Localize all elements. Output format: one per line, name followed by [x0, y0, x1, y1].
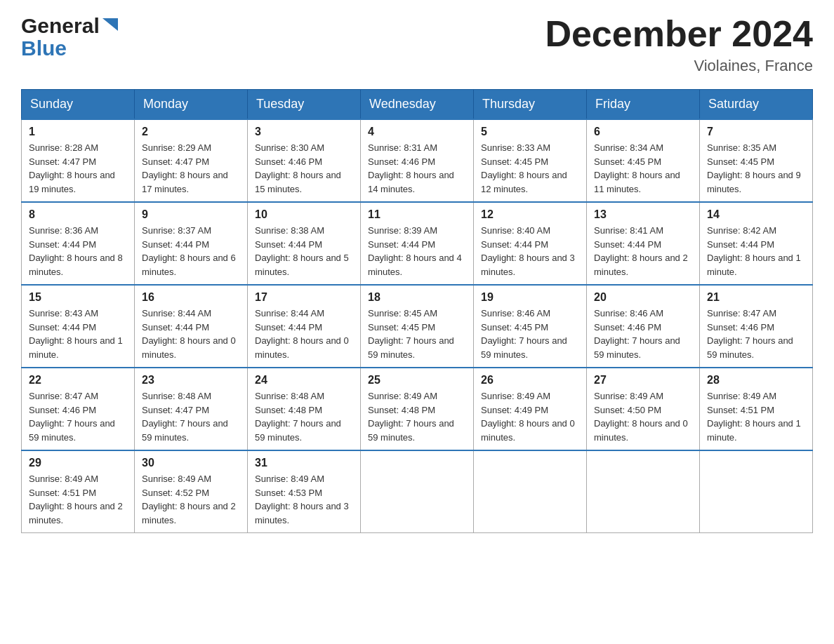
calendar-week-3: 15 Sunrise: 8:43 AM Sunset: 4:44 PM Dayl…	[22, 285, 813, 368]
day-number: 23	[142, 374, 240, 387]
calendar-day-19: 19 Sunrise: 8:46 AM Sunset: 4:45 PM Dayl…	[474, 285, 587, 368]
day-number: 16	[142, 291, 240, 304]
day-info: Sunrise: 8:37 AM Sunset: 4:44 PM Dayligh…	[142, 224, 240, 279]
calendar-day-1: 1 Sunrise: 8:28 AM Sunset: 4:47 PM Dayli…	[22, 119, 135, 202]
logo-general-text: General	[21, 14, 100, 38]
calendar-day-25: 25 Sunrise: 8:49 AM Sunset: 4:48 PM Dayl…	[361, 368, 474, 450]
day-info: Sunrise: 8:30 AM Sunset: 4:46 PM Dayligh…	[255, 141, 353, 196]
day-number: 9	[142, 208, 240, 221]
day-info: Sunrise: 8:35 AM Sunset: 4:45 PM Dayligh…	[707, 141, 805, 196]
day-number: 27	[594, 374, 692, 387]
title-area: December 2024 Violaines, France	[545, 14, 813, 75]
day-info: Sunrise: 8:49 AM Sunset: 4:53 PM Dayligh…	[255, 472, 353, 527]
day-info: Sunrise: 8:44 AM Sunset: 4:44 PM Dayligh…	[142, 307, 240, 361]
day-number: 2	[142, 126, 240, 138]
calendar-day-31: 31 Sunrise: 8:49 AM Sunset: 4:53 PM Dayl…	[248, 450, 361, 533]
calendar-empty-cell	[361, 450, 474, 533]
day-number: 29	[29, 457, 127, 469]
day-number: 5	[481, 126, 579, 138]
day-number: 26	[481, 374, 579, 387]
day-info: Sunrise: 8:29 AM Sunset: 4:47 PM Dayligh…	[142, 141, 240, 196]
day-info: Sunrise: 8:42 AM Sunset: 4:44 PM Dayligh…	[707, 224, 805, 279]
location: Violaines, France	[545, 57, 813, 75]
day-number: 6	[594, 126, 692, 138]
day-number: 10	[255, 208, 353, 221]
calendar-day-21: 21 Sunrise: 8:47 AM Sunset: 4:46 PM Dayl…	[700, 285, 813, 368]
calendar-day-7: 7 Sunrise: 8:35 AM Sunset: 4:45 PM Dayli…	[700, 119, 813, 202]
day-info: Sunrise: 8:49 AM Sunset: 4:51 PM Dayligh…	[29, 472, 127, 527]
day-number: 12	[481, 208, 579, 221]
calendar-day-9: 9 Sunrise: 8:37 AM Sunset: 4:44 PM Dayli…	[135, 202, 248, 285]
day-info: Sunrise: 8:49 AM Sunset: 4:52 PM Dayligh…	[142, 472, 240, 527]
day-number: 14	[707, 208, 805, 221]
day-info: Sunrise: 8:47 AM Sunset: 4:46 PM Dayligh…	[707, 307, 805, 361]
calendar-table: Sunday Monday Tuesday Wednesday Thursday…	[21, 89, 813, 533]
calendar-day-30: 30 Sunrise: 8:49 AM Sunset: 4:52 PM Dayl…	[135, 450, 248, 533]
day-number: 22	[29, 374, 127, 387]
day-info: Sunrise: 8:49 AM Sunset: 4:51 PM Dayligh…	[707, 389, 805, 444]
logo-arrow-icon	[102, 18, 118, 34]
calendar-day-12: 12 Sunrise: 8:40 AM Sunset: 4:44 PM Dayl…	[474, 202, 587, 285]
calendar-header-row: Sunday Monday Tuesday Wednesday Thursday…	[22, 90, 813, 120]
calendar-empty-cell	[587, 450, 700, 533]
calendar-day-15: 15 Sunrise: 8:43 AM Sunset: 4:44 PM Dayl…	[22, 285, 135, 368]
day-info: Sunrise: 8:48 AM Sunset: 4:47 PM Dayligh…	[142, 389, 240, 444]
day-info: Sunrise: 8:33 AM Sunset: 4:45 PM Dayligh…	[481, 141, 579, 196]
day-info: Sunrise: 8:44 AM Sunset: 4:44 PM Dayligh…	[255, 307, 353, 361]
calendar-day-17: 17 Sunrise: 8:44 AM Sunset: 4:44 PM Dayl…	[248, 285, 361, 368]
day-number: 28	[707, 374, 805, 387]
day-number: 13	[594, 208, 692, 221]
calendar-week-4: 22 Sunrise: 8:47 AM Sunset: 4:46 PM Dayl…	[22, 368, 813, 450]
calendar-day-14: 14 Sunrise: 8:42 AM Sunset: 4:44 PM Dayl…	[700, 202, 813, 285]
day-info: Sunrise: 8:43 AM Sunset: 4:44 PM Dayligh…	[29, 307, 127, 361]
day-info: Sunrise: 8:40 AM Sunset: 4:44 PM Dayligh…	[481, 224, 579, 279]
calendar-day-23: 23 Sunrise: 8:48 AM Sunset: 4:47 PM Dayl…	[135, 368, 248, 450]
svg-marker-0	[102, 18, 118, 31]
calendar-day-28: 28 Sunrise: 8:49 AM Sunset: 4:51 PM Dayl…	[700, 368, 813, 450]
day-info: Sunrise: 8:49 AM Sunset: 4:48 PM Dayligh…	[368, 389, 466, 444]
calendar-day-2: 2 Sunrise: 8:29 AM Sunset: 4:47 PM Dayli…	[135, 119, 248, 202]
day-number: 4	[368, 126, 466, 138]
col-tuesday: Tuesday	[248, 90, 361, 120]
calendar-day-10: 10 Sunrise: 8:38 AM Sunset: 4:44 PM Dayl…	[248, 202, 361, 285]
calendar-day-4: 4 Sunrise: 8:31 AM Sunset: 4:46 PM Dayli…	[361, 119, 474, 202]
day-number: 3	[255, 126, 353, 138]
calendar-day-26: 26 Sunrise: 8:49 AM Sunset: 4:49 PM Dayl…	[474, 368, 587, 450]
day-number: 7	[707, 126, 805, 138]
col-monday: Monday	[135, 90, 248, 120]
day-info: Sunrise: 8:49 AM Sunset: 4:49 PM Dayligh…	[481, 389, 579, 444]
col-wednesday: Wednesday	[361, 90, 474, 120]
day-number: 30	[142, 457, 240, 469]
calendar-empty-cell	[700, 450, 813, 533]
calendar-day-16: 16 Sunrise: 8:44 AM Sunset: 4:44 PM Dayl…	[135, 285, 248, 368]
month-title: December 2024	[545, 14, 813, 54]
col-sunday: Sunday	[22, 90, 135, 120]
day-info: Sunrise: 8:34 AM Sunset: 4:45 PM Dayligh…	[594, 141, 692, 196]
day-number: 11	[368, 208, 466, 221]
day-number: 8	[29, 208, 127, 221]
calendar-week-2: 8 Sunrise: 8:36 AM Sunset: 4:44 PM Dayli…	[22, 202, 813, 285]
calendar-day-22: 22 Sunrise: 8:47 AM Sunset: 4:46 PM Dayl…	[22, 368, 135, 450]
logo-blue-text: Blue	[21, 36, 67, 60]
day-number: 15	[29, 291, 127, 304]
day-info: Sunrise: 8:38 AM Sunset: 4:44 PM Dayligh…	[255, 224, 353, 279]
calendar-day-8: 8 Sunrise: 8:36 AM Sunset: 4:44 PM Dayli…	[22, 202, 135, 285]
day-number: 31	[255, 457, 353, 469]
day-info: Sunrise: 8:46 AM Sunset: 4:46 PM Dayligh…	[594, 307, 692, 361]
calendar-day-5: 5 Sunrise: 8:33 AM Sunset: 4:45 PM Dayli…	[474, 119, 587, 202]
calendar-day-29: 29 Sunrise: 8:49 AM Sunset: 4:51 PM Dayl…	[22, 450, 135, 533]
day-info: Sunrise: 8:45 AM Sunset: 4:45 PM Dayligh…	[368, 307, 466, 361]
day-number: 21	[707, 291, 805, 304]
logo: General Blue	[21, 14, 118, 59]
day-number: 24	[255, 374, 353, 387]
calendar-week-5: 29 Sunrise: 8:49 AM Sunset: 4:51 PM Dayl…	[22, 450, 813, 533]
day-info: Sunrise: 8:48 AM Sunset: 4:48 PM Dayligh…	[255, 389, 353, 444]
day-number: 19	[481, 291, 579, 304]
calendar-day-6: 6 Sunrise: 8:34 AM Sunset: 4:45 PM Dayli…	[587, 119, 700, 202]
day-number: 17	[255, 291, 353, 304]
day-info: Sunrise: 8:46 AM Sunset: 4:45 PM Dayligh…	[481, 307, 579, 361]
day-info: Sunrise: 8:47 AM Sunset: 4:46 PM Dayligh…	[29, 389, 127, 444]
calendar-day-27: 27 Sunrise: 8:49 AM Sunset: 4:50 PM Dayl…	[587, 368, 700, 450]
day-number: 18	[368, 291, 466, 304]
calendar-day-13: 13 Sunrise: 8:41 AM Sunset: 4:44 PM Dayl…	[587, 202, 700, 285]
